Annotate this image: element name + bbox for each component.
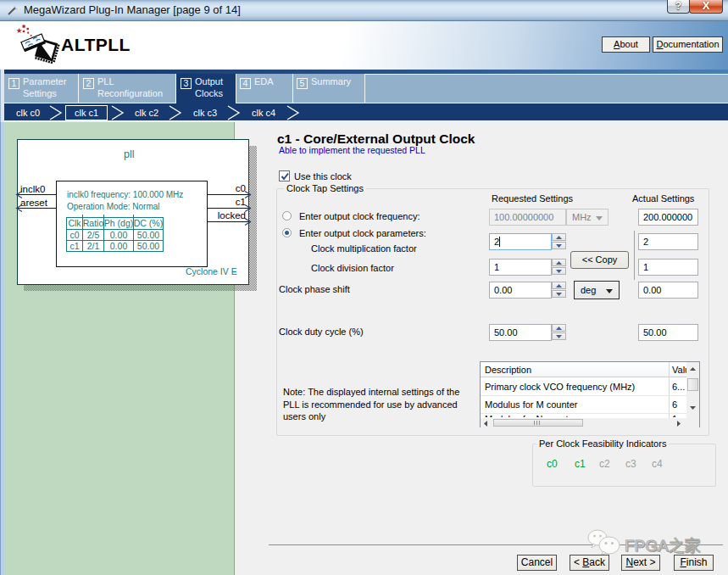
svg-text:c0: c0 (69, 229, 79, 239)
svg-text:2/1: 2/1 (87, 240, 100, 250)
svg-text:c1: c1 (69, 240, 79, 250)
svg-text:50.00: 50.00 (137, 229, 159, 239)
svg-text:2/5: 2/5 (87, 229, 100, 239)
svg-text:Clk: Clk (68, 218, 81, 228)
svg-text:DC (%): DC (%) (134, 218, 163, 228)
svg-text:0.00: 0.00 (110, 229, 128, 239)
svg-text:0.00: 0.00 (110, 240, 128, 250)
svg-text:Ratio: Ratio (83, 218, 104, 228)
svg-text:50.00: 50.00 (137, 240, 159, 250)
svg-text:Ph (dg): Ph (dg) (104, 218, 133, 228)
